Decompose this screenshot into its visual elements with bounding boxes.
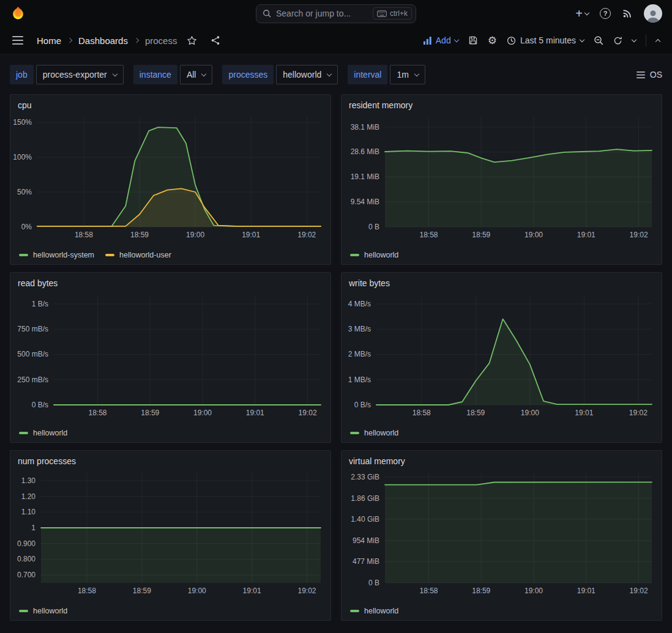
variable-value-job[interactable]: process-exporter [36,65,124,84]
svg-text:19:00: 19:00 [186,231,204,239]
panel-title[interactable]: read bytes [10,273,330,290]
keyboard-icon [377,10,387,17]
template-variables-row: job process-exporter instance All proces… [0,54,672,94]
legend-series-color [350,432,359,434]
os-row-toggle[interactable]: OS [637,70,662,80]
grafana-flame-icon [10,6,26,22]
variable-value-interval[interactable]: 1m [390,65,425,84]
svg-text:18:59: 18:59 [141,409,159,417]
breadcrumb-home[interactable]: Home [37,35,61,46]
breadcrumb-current: process [145,35,177,46]
variable-value-text: 1m [397,70,408,80]
legend-item[interactable]: helloworld [350,607,398,615]
legend: helloworld [10,428,330,442]
svg-text:1 B/s: 1 B/s [32,300,48,308]
panel-num-processes: num processes 0.7000.8000.90011.101.201.… [10,450,331,621]
share-button[interactable] [207,32,224,49]
legend: helloworld-systemhelloworld-user [10,250,330,264]
keyboard-shortcut-badge: ctrl+k [373,7,412,20]
chart-virtual-memory[interactable]: 0 B477 MiB954 MiB1.40 GiB1.86 GiB2.33 Gi… [342,468,662,598]
panel-title[interactable]: write bytes [342,273,662,290]
legend-item[interactable]: helloworld [19,429,67,437]
legend-series-label: helloworld [33,429,67,437]
help-button[interactable]: ? [600,8,611,19]
svg-text:1.20: 1.20 [21,492,36,501]
add-panel-button[interactable]: Add [419,32,462,49]
user-avatar[interactable] [644,4,662,23]
chevron-right-icon [67,38,72,43]
svg-text:9.54 MiB: 9.54 MiB [351,198,379,206]
news-button[interactable] [622,8,633,19]
chevron-down-icon [454,37,458,42]
legend-series-color [105,254,114,256]
grafana-logo[interactable] [10,6,26,22]
refresh-button[interactable] [610,32,626,49]
svg-text:19:02: 19:02 [298,587,316,595]
legend-item[interactable]: helloworld-system [19,251,94,259]
panel-title[interactable]: cpu [10,95,330,112]
variable-label-instance: instance [133,65,177,84]
svg-text:19:02: 19:02 [299,409,317,417]
chart-num-processes[interactable]: 0.7000.8000.90011.101.201.3018:5818:5919… [10,468,330,598]
panel-title[interactable]: virtual memory [342,451,662,468]
svg-text:954 MiB: 954 MiB [353,536,379,545]
legend-series-label: helloworld [33,607,67,615]
svg-text:0%: 0% [21,223,32,231]
variable-label-interval: interval [348,65,387,84]
legend-item[interactable]: helloworld-user [105,251,171,259]
legend-item[interactable]: helloworld [350,429,398,437]
panel-title[interactable]: num processes [10,451,330,468]
legend: helloworld [10,605,330,620]
new-menu-button[interactable]: + [575,7,589,20]
svg-text:1: 1 [31,524,35,532]
svg-text:1.40 GiB: 1.40 GiB [351,515,379,524]
svg-text:477 MiB: 477 MiB [353,557,379,566]
top-navigation-bar: Search or jump to... ctrl+k + ? [0,0,672,27]
svg-text:0 B/s: 0 B/s [354,401,371,409]
svg-text:2.33 GiB: 2.33 GiB [351,473,379,481]
variable-label-job: job [10,65,34,84]
breadcrumb-dashboards[interactable]: Dashboards [78,35,128,46]
chart-write-bytes[interactable]: 0 B/s1 MB/s2 MB/s3 MB/s4 MB/s18:5818:591… [342,290,662,420]
variable-value-processes[interactable]: helloworld [276,65,338,84]
save-dashboard-button[interactable] [465,32,482,49]
zoom-out-time-button[interactable] [590,32,607,49]
svg-text:19:02: 19:02 [297,231,316,239]
search-input[interactable]: Search or jump to... ctrl+k [256,4,416,23]
chevron-up-icon [655,39,660,43]
svg-text:0.900: 0.900 [17,539,35,548]
star-icon [187,35,197,46]
svg-text:18:59: 18:59 [130,231,149,239]
panel-title[interactable]: resident memory [342,95,662,112]
legend-series-label: helloworld-user [119,251,171,259]
chart-resident-memory[interactable]: 0 B9.54 MiB19.1 MiB28.6 MiB38.1 MiB18:58… [342,112,662,242]
variable-value-instance[interactable]: All [180,65,213,84]
svg-text:19:00: 19:00 [525,587,543,595]
clock-icon [507,36,516,45]
refresh-interval-dropdown[interactable] [629,36,640,45]
legend-item[interactable]: helloworld [350,251,398,259]
legend-series-label: helloworld [364,251,398,259]
dashboard-grid: cpu 0%50%100%150%18:5818:5919:0019:0119:… [0,94,672,621]
help-icon: ? [600,8,611,19]
chart-cpu[interactable]: 0%50%100%150%18:5818:5919:0019:0119:02 [10,112,330,242]
svg-text:18:58: 18:58 [78,587,96,595]
dashboard-settings-button[interactable]: ⚙ [484,32,501,50]
svg-text:1 MB/s: 1 MB/s [348,376,371,384]
collapse-topbar-button[interactable] [652,34,663,47]
favorite-button[interactable] [183,32,201,50]
time-range-picker[interactable]: Last 5 minutes [503,32,588,49]
legend-item[interactable]: helloworld [19,607,67,615]
svg-text:19:01: 19:01 [577,231,595,239]
add-label: Add [436,35,451,45]
time-range-label: Last 5 minutes [520,35,576,45]
graph-bar-icon [423,36,432,45]
chart-read-bytes[interactable]: 0 B/s250 mB/s500 mB/s750 mB/s1 B/s18:581… [10,290,330,420]
menu-toggle-button[interactable] [9,32,27,48]
svg-text:38.1 MiB: 38.1 MiB [351,123,379,131]
svg-text:28.6 MiB: 28.6 MiB [351,147,379,156]
svg-text:18:58: 18:58 [413,409,431,417]
search-placeholder: Search or jump to... [276,9,368,18]
share-icon [211,35,220,45]
hamburger-icon [12,36,23,45]
